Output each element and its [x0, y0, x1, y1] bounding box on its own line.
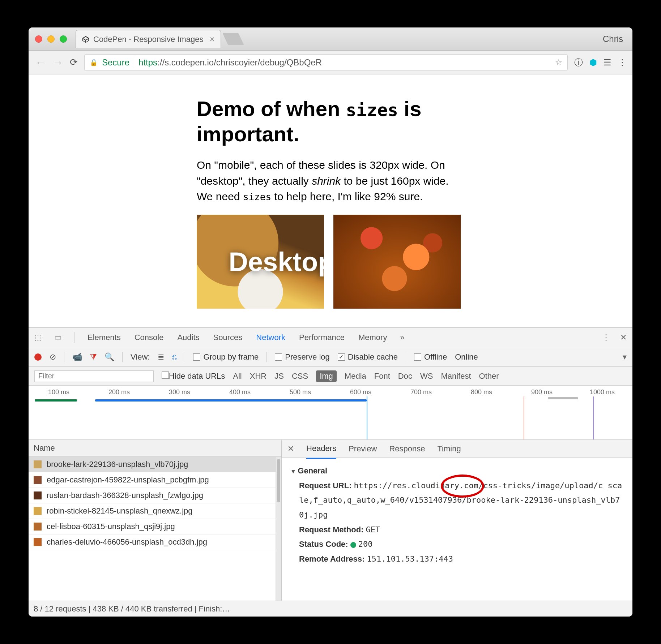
close-details-icon[interactable]: ✕	[287, 444, 294, 454]
tab-title: CodePen - Responsive Images	[93, 35, 204, 44]
tab-sources[interactable]: Sources	[213, 333, 243, 342]
throttle-dropdown-icon[interactable]: ▾	[623, 352, 627, 362]
lock-icon: 🔒	[90, 59, 98, 66]
forward-button[interactable]: →	[52, 56, 63, 69]
reload-button[interactable]: ⟳	[70, 57, 78, 68]
search-icon[interactable]: 🔍	[105, 352, 114, 362]
extension-icon[interactable]: ⬢	[589, 57, 597, 68]
bookmark-star-icon[interactable]: ☆	[555, 58, 562, 67]
device-toggle-icon[interactable]: ▭	[54, 333, 62, 342]
view-waterfall-icon[interactable]: ⎌	[172, 352, 177, 362]
request-name: robin-stickel-82145-unsplash_qnexwz.jpg	[47, 506, 193, 516]
tab-audits[interactable]: Audits	[176, 333, 200, 342]
tab-network[interactable]: Network	[255, 333, 286, 348]
type-ws[interactable]: WS	[420, 372, 433, 381]
devtools-menu-icon[interactable]: ⋮	[602, 333, 610, 342]
page-content: Demo of when sizes is important. On "mob…	[197, 96, 464, 309]
status-code-value: 200	[358, 540, 373, 549]
request-row[interactable]: cel-lisboa-60315-unsplash_qsji9j.jpg	[29, 519, 276, 534]
record-button[interactable]	[34, 353, 42, 361]
filter-input[interactable]	[34, 370, 154, 382]
more-tabs-icon[interactable]: »	[400, 333, 404, 342]
remote-address-row: Remote Address: 151.101.53.137:443	[299, 552, 624, 567]
thumbnail-icon	[34, 523, 42, 531]
details-tab-timing[interactable]: Timing	[437, 444, 461, 454]
type-css[interactable]: CSS	[292, 372, 308, 381]
maximize-window-button[interactable]	[60, 35, 67, 43]
name-column-header[interactable]: Name	[29, 440, 281, 457]
type-media[interactable]: Media	[345, 372, 366, 381]
tab-memory[interactable]: Memory	[358, 333, 388, 342]
window-controls	[35, 35, 67, 43]
request-row[interactable]: brooke-lark-229136-unsplash_vlb70j.jpg	[29, 457, 276, 472]
minimize-window-button[interactable]	[47, 35, 55, 43]
request-row[interactable]: edgar-castrejon-459822-unsplash_pcbgfm.j…	[29, 472, 276, 488]
details-tab-headers[interactable]: Headers	[306, 444, 336, 459]
type-doc[interactable]: Doc	[398, 372, 412, 381]
close-tab-icon[interactable]: ✕	[209, 35, 215, 43]
inspect-icon[interactable]: ⬚	[34, 333, 42, 342]
type-font[interactable]: Font	[374, 372, 390, 381]
separator	[122, 352, 123, 362]
new-tab-button[interactable]	[222, 33, 244, 45]
preserve-log-checkbox[interactable]: Preserve log	[275, 352, 330, 362]
thumbnail-icon	[34, 538, 42, 546]
details-body: General Request URL: https://res.cloudin…	[282, 458, 632, 572]
tab-console[interactable]: Console	[134, 333, 165, 342]
page-heading: Demo of when sizes is important.	[197, 96, 464, 146]
hide-data-urls-label: Hide data URLs	[169, 372, 225, 381]
tick-label: 900 ms	[531, 388, 553, 396]
type-other[interactable]: Other	[479, 372, 499, 381]
url-scheme: https	[138, 57, 157, 67]
details-tab-response[interactable]: Response	[389, 444, 425, 454]
page-viewport: Demo of when sizes is important. On "mob…	[29, 74, 632, 327]
browser-tab[interactable]: CodePen - Responsive Images ✕	[76, 30, 221, 48]
back-button[interactable]: ←	[35, 56, 46, 69]
details-tab-preview[interactable]: Preview	[349, 444, 377, 454]
type-js[interactable]: JS	[274, 372, 284, 381]
titlebar: CodePen - Responsive Images ✕ Chris	[29, 27, 632, 51]
devtools-close-icon[interactable]: ✕	[620, 333, 627, 342]
heading-text: Demo of when	[197, 97, 346, 120]
separator	[406, 352, 406, 362]
thumbnail-icon	[34, 476, 42, 484]
online-dropdown[interactable]: Online	[455, 352, 478, 362]
filter-icon[interactable]: ⧩	[90, 352, 97, 362]
url-path: ://s.codepen.io/chriscoyier/debug/QBbQeR	[157, 57, 322, 67]
devtools-tabs: ⬚ ▭ Elements Console Audits Sources Netw…	[29, 328, 632, 347]
group-by-frame-checkbox[interactable]: Group by frame	[193, 352, 259, 362]
request-row[interactable]: charles-deluvio-466056-unsplash_ocd3dh.j…	[29, 534, 276, 550]
request-name: cel-lisboa-60315-unsplash_qsji9j.jpg	[47, 522, 175, 531]
network-statusbar: 8 / 12 requests | 438 KB / 440 KB transf…	[29, 601, 632, 617]
tick-label: 400 ms	[229, 388, 251, 396]
request-method-row: Request Method: GET	[299, 523, 624, 537]
capture-screenshot-icon[interactable]: 📹	[72, 352, 82, 362]
profile-name[interactable]: Chris	[603, 34, 623, 44]
request-method-label: Request Method:	[299, 525, 363, 534]
type-xhr[interactable]: XHR	[250, 372, 266, 381]
browser-menu-icon[interactable]: ⋮	[618, 57, 626, 68]
tab-performance[interactable]: Performance	[298, 333, 345, 342]
type-manifest[interactable]: Manifest	[441, 372, 471, 381]
info-icon[interactable]: ⓘ	[574, 57, 583, 68]
scrollbar[interactable]	[276, 457, 281, 601]
slides-row: Desktop	[197, 215, 464, 309]
request-row[interactable]: robin-stickel-82145-unsplash_qnexwz.jpg	[29, 503, 276, 519]
clear-icon[interactable]: ⊘	[50, 352, 56, 362]
offline-label: Offline	[424, 352, 447, 362]
type-img[interactable]: Img	[316, 370, 337, 382]
request-method-value: GET	[366, 525, 380, 534]
disable-cache-checkbox[interactable]: ✓Disable cache	[338, 352, 398, 362]
tab-elements[interactable]: Elements	[87, 333, 121, 342]
request-name: brooke-lark-229136-unsplash_vlb70j.jpg	[47, 460, 188, 469]
offline-checkbox[interactable]: Offline	[414, 352, 447, 362]
request-name: edgar-castrejon-459822-unsplash_pcbgfm.j…	[47, 475, 209, 485]
type-all[interactable]: All	[233, 372, 242, 381]
view-list-icon[interactable]: ≣	[158, 352, 164, 362]
close-window-button[interactable]	[35, 35, 42, 43]
hide-data-urls-checkbox[interactable]: Hide data URLs	[162, 372, 225, 381]
buffer-icon[interactable]: ☰	[604, 57, 611, 68]
network-timeline[interactable]: 100 ms 200 ms 300 ms 400 ms 500 ms 600 m…	[29, 386, 632, 440]
request-row[interactable]: ruslan-bardash-366328-unsplash_fzwlgo.jp…	[29, 488, 276, 503]
address-bar[interactable]: 🔒 Secure https://s.codepen.io/chriscoyie…	[84, 54, 568, 71]
